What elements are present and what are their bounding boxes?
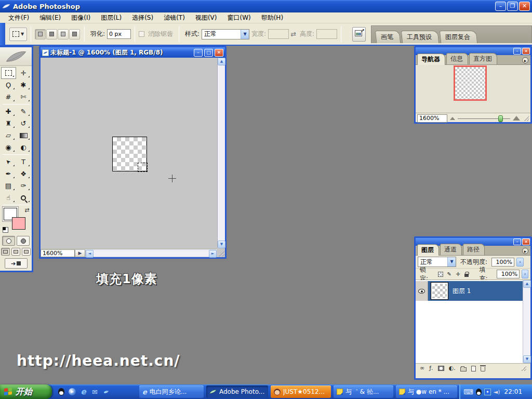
add-layer-mask-button[interactable]	[438, 366, 444, 371]
resize-grip[interactable]	[524, 116, 529, 121]
task-button-chat2[interactable]: 与 ●w en * ...	[396, 385, 457, 398]
menu-view[interactable]: 视图(V)	[190, 12, 222, 23]
path-selection-tool[interactable]: ➤	[1, 156, 16, 168]
slider-thumb[interactable]	[498, 115, 503, 122]
task-button-photoshop[interactable]: Adobe Photo...	[206, 385, 268, 398]
lock-all-icon[interactable]	[463, 271, 470, 278]
messenger-tray-icon[interactable]: ✦	[484, 389, 491, 395]
eyedropper-tool[interactable]: ✑	[16, 180, 31, 192]
quick-mask-mode-button[interactable]	[17, 236, 30, 246]
fill-input[interactable]	[497, 270, 520, 278]
add-to-selection-button[interactable]	[46, 29, 57, 39]
type-tool[interactable]: T	[16, 156, 31, 168]
new-group-button[interactable]	[460, 367, 467, 371]
scroll-right-button[interactable]: ►	[209, 250, 217, 258]
layer-style-button[interactable]: ƒ.	[429, 365, 433, 371]
style-select[interactable]: 正常 ▼	[202, 29, 249, 39]
lock-transparency-icon[interactable]	[437, 271, 444, 278]
delete-layer-button[interactable]	[481, 367, 485, 371]
scroll-left-button[interactable]: ◄	[86, 250, 94, 258]
opacity-input[interactable]	[491, 258, 514, 267]
tab-brushes[interactable]: 画笔	[375, 31, 401, 43]
brush-tool[interactable]: ✎	[16, 105, 31, 117]
scroll-up-button[interactable]: ▲	[218, 58, 225, 65]
menu-select[interactable]: 选择(S)	[127, 12, 158, 23]
clone-stamp-tool[interactable]: ♜	[1, 117, 16, 129]
subtract-from-selection-button[interactable]	[58, 29, 69, 39]
app-titlebar[interactable]: Adobe Photoshop – ❐ ✕	[0, 0, 532, 12]
email-icon[interactable]: ✉	[91, 388, 99, 396]
background-color-swatch[interactable]	[12, 217, 25, 230]
options-bar-grip[interactable]	[0, 23, 5, 45]
task-button-forum[interactable]: e 电白同乡论...	[139, 385, 204, 398]
doc-minimize-button[interactable]: –	[194, 49, 203, 57]
new-layer-button[interactable]	[471, 366, 476, 371]
visibility-cell[interactable]	[416, 281, 428, 301]
layer-row[interactable]: 图层 1	[416, 281, 523, 301]
media-player-icon[interactable]: ▶	[69, 388, 76, 395]
tab-histogram[interactable]: 直方图	[469, 53, 497, 64]
resize-grip[interactable]	[218, 250, 224, 257]
scroll-down-button[interactable]: ▼	[523, 355, 531, 363]
vertical-scrollbar[interactable]: ▲ ▼	[217, 58, 225, 248]
notes-tool[interactable]: ▤	[1, 180, 16, 192]
menu-file[interactable]: 文件(F)	[3, 12, 34, 23]
hand-tool[interactable]: ☝	[1, 192, 16, 204]
task-button-qq-chat[interactable]: JUST★0512...	[271, 385, 331, 398]
minimize-button[interactable]: –	[495, 2, 506, 11]
tab-channels[interactable]: 通道	[440, 244, 462, 255]
pen-app-icon[interactable]: ✒	[101, 387, 111, 396]
horizontal-scrollbar[interactable]: ◄ ►	[85, 249, 217, 257]
document-titlebar[interactable]: 未标题-1 @ 1600% (图层 1, RGB/8) – □ ✕	[41, 47, 225, 58]
intersect-selection-button[interactable]	[69, 29, 80, 39]
fill-slider-button[interactable]: ›	[522, 270, 528, 278]
tab-info[interactable]: 信息	[446, 53, 468, 64]
toolbox-header[interactable]	[0, 47, 32, 66]
status-zoom-input[interactable]	[41, 249, 75, 257]
chevron-down-icon[interactable]: ▼	[241, 30, 249, 39]
menu-image[interactable]: 图像(I)	[66, 12, 96, 23]
rectangular-marquee-tool[interactable]	[1, 67, 16, 79]
scroll-down-button[interactable]: ▼	[218, 241, 225, 248]
lock-position-icon[interactable]: ✛	[455, 271, 461, 278]
link-layers-button[interactable]: ∞	[420, 365, 424, 371]
scroll-up-button[interactable]: ▲	[523, 280, 531, 288]
lock-image-icon[interactable]: ✎	[446, 271, 453, 278]
move-tool[interactable]: ✛	[16, 67, 31, 79]
swap-dimensions-icon[interactable]: ⇄	[290, 30, 296, 38]
file-browser-button[interactable]: ➚	[352, 27, 366, 42]
eraser-tool[interactable]: ▱	[1, 129, 16, 141]
qq-tray-icon[interactable]	[476, 389, 482, 395]
fullscreen-mode-button[interactable]	[22, 248, 31, 256]
height-input[interactable]	[316, 29, 337, 39]
tab-paths[interactable]: 路径	[463, 244, 485, 255]
new-selection-button[interactable]	[35, 29, 46, 39]
navigator-zoom-input[interactable]	[417, 114, 447, 123]
menu-layer[interactable]: 图层(L)	[96, 12, 127, 23]
palette-close-button[interactable]: ✕	[522, 238, 530, 245]
custom-shape-tool[interactable]: ❖	[16, 168, 31, 180]
zoom-tool[interactable]	[16, 192, 31, 204]
menu-edit[interactable]: 编辑(E)	[34, 12, 66, 23]
doc-maximize-button[interactable]: □	[204, 49, 213, 57]
navigator-thumbnail[interactable]	[455, 67, 485, 99]
layers-scrollbar[interactable]: ▲ ▼	[523, 280, 530, 363]
default-colors-icon[interactable]	[3, 227, 8, 233]
feather-input[interactable]	[107, 29, 131, 39]
navigator-view-frame[interactable]	[454, 65, 487, 101]
navigator-preview[interactable]	[416, 65, 530, 113]
tab-layers[interactable]: 图层	[417, 244, 439, 256]
width-input[interactable]	[268, 29, 289, 39]
swap-colors-icon[interactable]: ⇄	[24, 207, 29, 214]
zoom-slider[interactable]	[458, 115, 510, 122]
fullscreen-menubar-mode-button[interactable]	[11, 248, 20, 256]
opacity-slider-button[interactable]: ›	[516, 258, 524, 267]
canvas-area[interactable]	[41, 58, 217, 248]
menu-help[interactable]: 帮助(H)	[256, 12, 288, 23]
pen-tool[interactable]: ✒	[1, 168, 16, 180]
doc-close-button[interactable]: ✕	[215, 49, 223, 57]
adjustment-layer-button[interactable]: ◐.	[449, 365, 456, 371]
palette-menu-button[interactable]: ▶	[522, 57, 528, 63]
tab-layer-comps[interactable]: 图层复合	[440, 31, 478, 43]
blur-tool[interactable]: ◉	[1, 141, 16, 153]
